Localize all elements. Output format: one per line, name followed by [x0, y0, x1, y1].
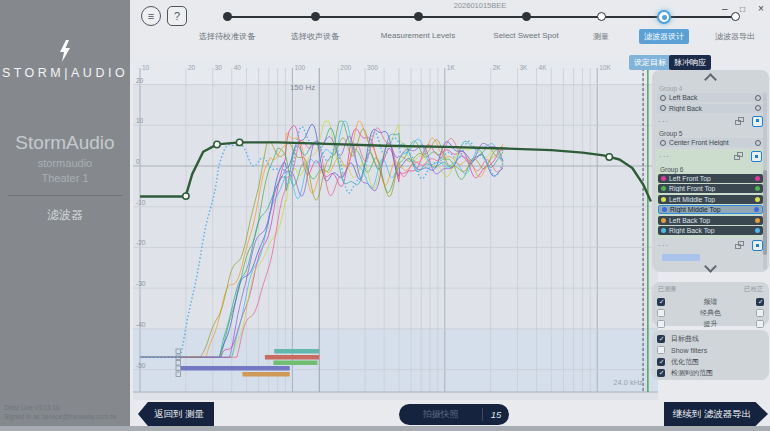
step-label-3[interactable]: Measurement Levels	[381, 31, 455, 40]
svg-text:0: 0	[136, 158, 140, 165]
assign-group-icon[interactable]	[752, 116, 763, 127]
speaker-item[interactable]: Right Back	[657, 104, 764, 113]
assign-group-icon[interactable]	[751, 151, 762, 162]
group-name-selection[interactable]	[662, 254, 700, 261]
svg-text:-10: -10	[136, 199, 146, 206]
brand-logo: STORM|AUDIO	[0, 66, 130, 80]
channel-color-dot	[755, 186, 760, 191]
speaker-item-label: Center Front Height	[666, 139, 755, 146]
svg-text:10K: 10K	[599, 64, 611, 71]
display-option-label: 目标曲线	[671, 334, 699, 344]
step-node-4[interactable]	[522, 12, 531, 21]
duplicate-group-icon[interactable]	[734, 152, 744, 161]
speaker-item[interactable]: Left Back	[657, 93, 764, 102]
display-option-row: 目标曲线	[657, 333, 764, 345]
take-snapshot-button[interactable]: 拍摄快照 15	[399, 404, 509, 425]
svg-text:30: 30	[215, 64, 223, 71]
snapshot-label: 拍摄快照	[399, 408, 482, 421]
corrected-column-header: 已校正	[744, 285, 763, 294]
scroll-up-button[interactable]	[656, 72, 765, 83]
help-button[interactable]: ?	[167, 6, 187, 26]
step-node-1[interactable]	[223, 12, 232, 21]
step-node-2[interactable]	[311, 12, 320, 21]
svg-text:-20: -20	[136, 239, 146, 246]
measured-column-header: 已测量	[658, 285, 677, 294]
step-node-5[interactable]	[597, 12, 606, 21]
close-button[interactable]: ×	[758, 3, 764, 14]
svg-text:300: 300	[367, 64, 378, 71]
project-title: StormAudio	[0, 132, 130, 154]
legend-row-label: 频谱	[665, 297, 756, 307]
frequency-response-chart[interactable]: 102030401002003001K2K3K4K10K20K20100-10-…	[133, 60, 658, 400]
speaker-item[interactable]: Center Front Height	[657, 138, 764, 147]
step-label-7[interactable]: 滤波器导出	[715, 31, 755, 42]
channel-color-dot	[755, 176, 760, 181]
display-option-row: 检测到的范围	[657, 368, 764, 380]
svg-text:3K: 3K	[520, 64, 529, 71]
scrollbar-thumb[interactable]	[763, 170, 767, 255]
speaker-item[interactable]: Left Back Top	[658, 216, 763, 225]
tab-set-target[interactable]: 设定目标	[629, 55, 671, 70]
tab-impulse-response[interactable]: 脉冲响应	[669, 55, 711, 70]
channel-ring-icon	[755, 140, 761, 146]
group-toolbar: ···	[656, 239, 765, 253]
minimize-button[interactable]: –	[722, 3, 728, 14]
option-checkbox[interactable]	[657, 335, 665, 343]
option-checkbox[interactable]	[657, 369, 665, 377]
channel-color-dot	[755, 218, 760, 223]
back-to-measure-button[interactable]: 返回到 测量	[138, 402, 214, 426]
measured-checkbox[interactable]	[657, 298, 665, 306]
step-label-4[interactable]: Select Sweet Spot	[493, 31, 558, 40]
speaker-item-label: Left Middle Top	[666, 196, 755, 203]
bottom-strip	[0, 426, 770, 431]
group-options-ellipsis[interactable]: ···	[658, 117, 735, 126]
group-toolbar: ···	[657, 150, 764, 164]
svg-text:-40: -40	[136, 321, 146, 328]
corrected-checkbox[interactable]	[756, 309, 764, 317]
display-option-label: 优化范围	[671, 357, 699, 367]
step-node-6[interactable]	[657, 10, 671, 24]
assign-group-icon[interactable]	[752, 240, 763, 251]
step-label-2[interactable]: 选择收声设备	[291, 31, 339, 42]
step-label-6[interactable]: 滤波器设计	[639, 29, 689, 44]
channel-ring-icon	[755, 105, 761, 111]
channel-color-dot	[755, 197, 760, 202]
corrected-checkbox[interactable]	[756, 298, 764, 306]
svg-text:200: 200	[340, 64, 351, 71]
speaker-item[interactable]: Right Back Top	[658, 226, 763, 235]
duplicate-group-icon[interactable]	[735, 241, 745, 250]
project-theater: Theater 1	[0, 172, 130, 184]
step-label-1[interactable]: 选择待校准设备	[199, 31, 255, 42]
range-bar-0	[274, 349, 319, 354]
speaker-item[interactable]: Right Front Top	[658, 184, 763, 193]
option-checkbox[interactable]	[657, 358, 665, 366]
svg-text:20: 20	[188, 64, 196, 71]
group-options-ellipsis[interactable]: ···	[658, 241, 735, 250]
speaker-item[interactable]: Right Middle Top	[658, 205, 763, 214]
speaker-item[interactable]: Left Front Top	[658, 174, 763, 183]
svg-text:2K: 2K	[493, 64, 502, 71]
maximize-button[interactable]: □	[740, 4, 745, 14]
measured-checkbox[interactable]	[657, 309, 665, 317]
step-label-5[interactable]: 测量	[593, 31, 609, 42]
scroll-down-button[interactable]	[656, 262, 765, 273]
corrected-checkbox[interactable]	[756, 320, 764, 328]
option-checkbox[interactable]	[657, 346, 665, 354]
legend-row: 提升	[657, 318, 764, 329]
step-node-7[interactable]	[731, 12, 740, 21]
speaker-item-label: Right Front Top	[666, 185, 755, 192]
group-options-ellipsis[interactable]: ···	[659, 152, 734, 161]
display-option-row: 优化范围	[657, 356, 764, 368]
svg-text:-30: -30	[136, 280, 146, 287]
svg-text:20: 20	[136, 77, 144, 84]
sidebar-section-filter[interactable]: 滤波器	[0, 207, 130, 224]
step-node-3[interactable]	[414, 12, 423, 21]
speaker-item[interactable]: Left Middle Top	[658, 195, 763, 204]
duplicate-group-icon[interactable]	[735, 117, 745, 126]
target-control-point-0	[183, 193, 189, 199]
speaker-item-label: Right Back Top	[666, 227, 755, 234]
groups-scrollbar[interactable]	[763, 92, 767, 270]
measured-checkbox[interactable]	[657, 320, 665, 328]
continue-to-export-button[interactable]: 继续到 滤波器导出	[664, 402, 768, 426]
menu-button[interactable]: ≡	[141, 6, 161, 26]
